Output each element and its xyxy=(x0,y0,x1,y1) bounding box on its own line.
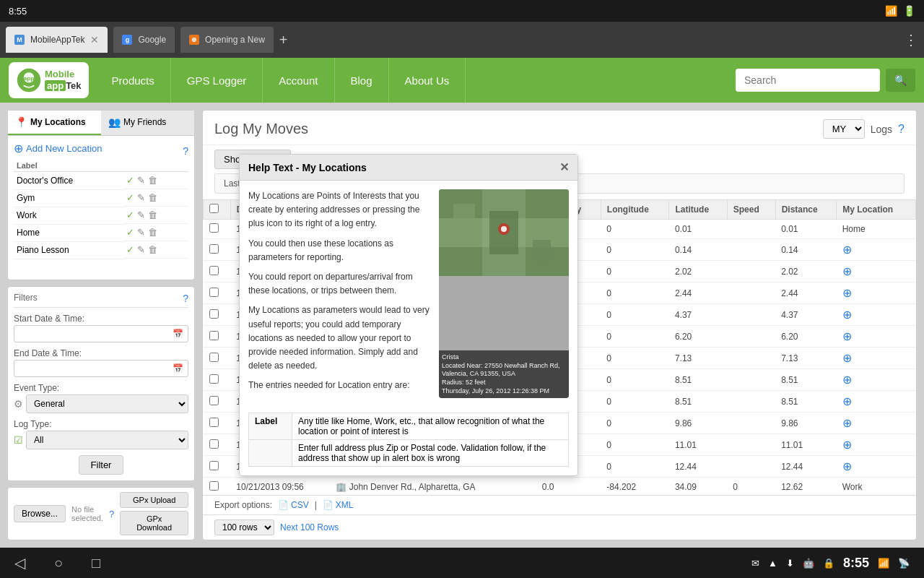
row-checkbox[interactable] xyxy=(209,244,219,254)
home-button[interactable]: ○ xyxy=(54,555,63,571)
location-delete-gym[interactable]: 🗑 xyxy=(148,192,157,203)
help-dialog-scroll: Label Any title like Home, Work, etc., t… xyxy=(240,407,578,475)
location-delete-doctors[interactable]: 🗑 xyxy=(148,175,157,186)
col-checkbox xyxy=(204,200,231,220)
add-tab-button[interactable]: + xyxy=(279,32,288,48)
nav-products[interactable]: Products xyxy=(96,58,171,103)
left-sidebar: 📍 My Locations 👥 My Friends ⊕ Add New Lo… xyxy=(7,110,195,540)
start-date-calendar-icon[interactable]: 📅 xyxy=(173,329,183,339)
help-desc-cell: Enter full address plus Zip or Postal co… xyxy=(292,440,569,467)
main-header: Log My Moves MY Logs ? xyxy=(203,111,916,145)
row-checkbox[interactable] xyxy=(209,223,219,233)
row-checkbox[interactable] xyxy=(209,288,219,297)
nav-bar: app Mobile appTek Products GPS Logger Ac… xyxy=(0,58,924,103)
add-location-icon[interactable]: ⊕ xyxy=(842,352,852,364)
gpx-help-icon[interactable]: ? xyxy=(109,509,114,519)
add-location-icon[interactable]: ⊕ xyxy=(842,395,852,407)
location-check-gym[interactable]: ✓ xyxy=(126,192,134,203)
location-edit-work[interactable]: ✎ xyxy=(137,210,145,220)
tab-google[interactable]: g Google xyxy=(113,27,175,53)
bottom-controls: Browse... No file selected. ? GPx Upload… xyxy=(7,487,195,540)
tab-my-friends[interactable]: 👥 My Friends xyxy=(101,111,194,135)
end-date-calendar-icon[interactable]: 📅 xyxy=(173,363,183,374)
col-latitude: Latitude xyxy=(669,200,727,220)
row-checkbox[interactable] xyxy=(209,481,219,491)
help-dialog-close[interactable]: ✕ xyxy=(559,160,569,174)
end-date-input[interactable] xyxy=(19,363,170,374)
search-button[interactable]: 🔍 xyxy=(886,69,915,92)
add-location-icon[interactable]: ⊕ xyxy=(842,309,852,321)
browse-button[interactable]: Browse... xyxy=(14,505,66,522)
event-type-select[interactable]: General xyxy=(26,394,188,413)
recent-apps-button[interactable]: □ xyxy=(92,555,100,571)
add-location-icon[interactable]: ⊕ xyxy=(842,287,852,299)
row-checkbox[interactable] xyxy=(209,309,219,319)
tab-mobileapptek-label: MobileAppTek xyxy=(30,35,84,45)
logs-help-icon[interactable]: ? xyxy=(898,123,905,136)
tab-mobileapptek[interactable]: M MobileAppTek ✕ xyxy=(6,27,108,53)
location-delete-home[interactable]: 🗑 xyxy=(148,227,157,238)
location-check-work[interactable]: ✓ xyxy=(126,210,134,220)
add-location-icon[interactable]: ⊕ xyxy=(842,330,852,342)
export-xml-link[interactable]: 📄 XML xyxy=(323,500,354,510)
locations-help-icon[interactable]: ? xyxy=(183,145,188,157)
filter-button[interactable]: Filter xyxy=(79,455,124,475)
logs-select[interactable]: MY xyxy=(823,119,865,139)
nav-account[interactable]: Account xyxy=(263,58,334,103)
rows-per-page-select[interactable]: 100 rows xyxy=(214,519,274,535)
location-edit-piano[interactable]: ✎ xyxy=(137,244,145,255)
add-location-icon[interactable]: ⊕ xyxy=(842,243,852,256)
gpx-upload-button[interactable]: GPx Upload xyxy=(120,492,188,508)
col-speed: Speed xyxy=(727,200,775,220)
add-location-icon[interactable]: ⊕ xyxy=(842,374,852,386)
location-check-home[interactable]: ✓ xyxy=(126,227,134,238)
end-date-field: End Date & Time: 📅 xyxy=(14,348,188,377)
location-row: Doctor's Office ✓ ✎ 🗑 xyxy=(14,172,188,190)
friends-icon: 👥 xyxy=(108,116,121,128)
add-location-icon[interactable]: ⊕ xyxy=(842,439,852,451)
location-edit-doctors[interactable]: ✎ xyxy=(137,175,145,186)
row-checkbox[interactable] xyxy=(209,374,219,384)
col-distance: Distance xyxy=(775,200,837,220)
location-row: Piano Lesson ✓ ✎ 🗑 xyxy=(14,241,188,259)
add-location-icon[interactable]: ⊕ xyxy=(842,265,852,277)
row-checkbox[interactable] xyxy=(209,266,219,275)
select-all-checkbox[interactable] xyxy=(209,204,219,213)
nav-about-us[interactable]: About Us xyxy=(389,58,466,103)
col-longitude: Longitude xyxy=(601,200,669,220)
row-checkbox[interactable] xyxy=(209,439,219,449)
lock-icon: 🔒 xyxy=(823,558,834,569)
location-check-doctors[interactable]: ✓ xyxy=(126,175,134,186)
location-edit-home[interactable]: ✎ xyxy=(137,227,145,238)
browser-menu-icon[interactable]: ⋮ xyxy=(904,31,918,48)
row-checkbox[interactable] xyxy=(209,331,219,340)
start-date-input[interactable] xyxy=(19,329,170,339)
search-input[interactable] xyxy=(736,69,880,92)
gpx-download-button[interactable]: GPx Download xyxy=(120,511,188,535)
add-location-icon[interactable]: ⊕ xyxy=(842,460,852,473)
export-csv-link[interactable]: 📄 CSV xyxy=(278,500,309,510)
nav-blog[interactable]: Blog xyxy=(335,58,389,103)
location-check-piano[interactable]: ✓ xyxy=(126,244,134,255)
location-delete-work[interactable]: 🗑 xyxy=(148,210,157,220)
filters-help-icon[interactable]: ? xyxy=(183,293,188,304)
row-checkbox[interactable] xyxy=(209,353,219,362)
tab-my-locations[interactable]: 📍 My Locations xyxy=(8,111,101,135)
add-location-icon[interactable]: ⊕ xyxy=(842,417,852,429)
next-rows-link[interactable]: Next 100 Rows xyxy=(280,522,339,532)
nav-logo[interactable]: app Mobile appTek xyxy=(9,62,89,98)
nav-gps-logger[interactable]: GPS Logger xyxy=(171,58,263,103)
location-edit-gym[interactable]: ✎ xyxy=(137,192,145,203)
log-type-select[interactable]: All xyxy=(26,431,188,449)
help-dialog: Help Text - My Locations ✕ My Locations … xyxy=(239,154,578,476)
row-checkbox[interactable] xyxy=(209,396,219,405)
row-checkbox[interactable] xyxy=(209,418,219,427)
logs-area: MY Logs ? xyxy=(823,119,905,139)
panel-body: ⊕ Add New Location ? Label xyxy=(8,136,194,265)
tab-close-mobileapptek[interactable]: ✕ xyxy=(90,34,99,46)
add-location-button[interactable]: ⊕ Add New Location xyxy=(14,142,103,155)
back-button[interactable]: ◁ xyxy=(14,554,25,571)
location-delete-piano[interactable]: 🗑 xyxy=(148,244,157,255)
tab-opening[interactable]: ⊕ Opening a New xyxy=(180,27,274,53)
row-checkbox[interactable] xyxy=(209,461,219,470)
